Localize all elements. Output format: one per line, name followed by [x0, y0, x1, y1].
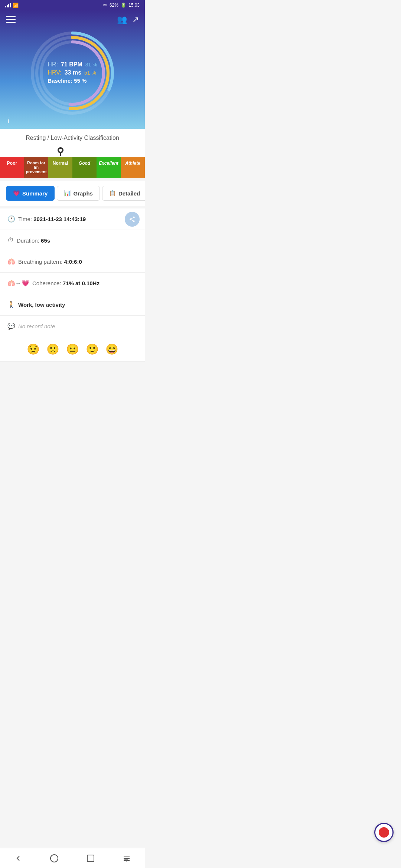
hr-value: 71 BPM	[61, 61, 82, 68]
tab-summary-label: Summary	[22, 190, 48, 197]
time-row: 🕐 Time: 2021-11-23 14:43:19	[0, 208, 145, 230]
activity-value: Work, low activity	[18, 302, 65, 308]
time-label: Time:	[18, 216, 32, 222]
info-icon[interactable]: i	[7, 115, 10, 125]
coherence-value: 71% at 0.10Hz	[63, 280, 100, 286]
class-bar: Poor Room for Improvement Normal Good Ex…	[0, 157, 145, 178]
clock-time: 15:03	[128, 3, 140, 8]
hrv-label: HRV:	[48, 69, 61, 76]
status-left: 📶	[5, 3, 19, 8]
note-value: No record note	[18, 323, 55, 329]
seg-poor[interactable]: Poor	[0, 157, 24, 178]
tab-graphs[interactable]: 📊 Graphs	[57, 186, 100, 201]
tab-summary[interactable]: 💗 Summary	[6, 186, 55, 201]
duration-value: 65s	[41, 237, 50, 244]
seg-normal[interactable]: Normal	[48, 157, 72, 178]
baseline-label: Baseline: 55 %	[48, 78, 87, 84]
tab-detailed-label: Detailed	[118, 190, 140, 197]
tabs-section: 💗 Summary 📊 Graphs 📋 Detailed	[0, 181, 145, 206]
duration-label: Duration:	[17, 237, 39, 244]
seg-room[interactable]: Room for Improvement	[24, 157, 48, 178]
group-icon[interactable]: 👥	[117, 15, 127, 24]
top-nav: 👥 ↗	[6, 14, 139, 25]
seg-excellent[interactable]: Excellent	[97, 157, 121, 178]
tab-detailed[interactable]: 📋 Detailed	[102, 186, 145, 201]
share-icon[interactable]: ↗	[132, 15, 139, 24]
classification-title: Resting / Low-Activity Classification	[0, 135, 145, 141]
duration-row: ⏱ Duration: 65s	[0, 230, 145, 251]
gauge-center-text: HR: 71 BPM 31 % HRV: 33 ms 51 % Baseline…	[48, 61, 97, 85]
mood-5[interactable]: 😄	[105, 343, 118, 355]
hrv-value: 33 ms	[65, 69, 81, 76]
time-value: 2021-11-23 14:43:19	[33, 216, 86, 222]
breathing-row: 🫁 Breathing pattern: 4:0:6:0	[0, 251, 145, 273]
note-icon: 💬	[7, 322, 15, 330]
wifi-icon: 📶	[13, 3, 19, 8]
battery-icon: 🔋	[121, 3, 126, 8]
hr-label: HR:	[48, 61, 58, 68]
signal-icon	[5, 3, 11, 7]
classification-section: Resting / Low-Activity Classification Po…	[0, 129, 145, 178]
breathing-value: 4:0:6:0	[64, 259, 82, 265]
battery-pct: 62%	[110, 3, 118, 8]
header-area: 👥 ↗ HR: 71 BPM 31 % HRV: 33 ms	[0, 10, 145, 129]
pin-marker	[56, 147, 65, 158]
seg-athlete[interactable]: Athlete	[121, 157, 145, 178]
lungs-icon: 🫁	[7, 258, 15, 266]
share-float-button[interactable]	[125, 212, 140, 227]
mood-row: 😟 🙁 😐 🙂 😄	[0, 337, 145, 362]
mood-4[interactable]: 🙂	[86, 343, 99, 355]
svg-point-7	[59, 149, 62, 152]
baseline-value: 55 %	[74, 78, 87, 84]
coherence-icon: 🫁↔💗	[7, 279, 29, 287]
summary-icon: 💗	[13, 190, 20, 197]
breathing-label: Breathing pattern:	[18, 259, 62, 265]
hr-pct: 31 %	[85, 62, 97, 68]
activity-icon: 🚶	[7, 301, 15, 309]
clock-icon: 🕐	[7, 215, 15, 223]
graphs-icon: 📊	[64, 190, 71, 197]
eye-icon: 👁	[103, 3, 107, 8]
mood-3[interactable]: 😐	[66, 343, 79, 355]
status-right: 👁 62% 🔋 15:03	[103, 3, 140, 8]
menu-button[interactable]	[6, 14, 16, 25]
mood-1[interactable]: 😟	[27, 343, 40, 355]
coherence-row: 🫁↔💗 Coherence: 71% at 0.10Hz	[0, 273, 145, 294]
activity-row: 🚶 Work, low activity	[0, 294, 145, 316]
gauge-container: HR: 71 BPM 31 % HRV: 33 ms 51 % Baseline…	[28, 29, 117, 118]
top-right-icons: 👥 ↗	[117, 15, 139, 24]
coherence-label: Coherence:	[32, 280, 61, 286]
mood-2[interactable]: 🙁	[46, 343, 59, 355]
hrv-pct: 51 %	[84, 70, 96, 76]
note-row: 💬 No record note	[0, 316, 145, 337]
status-bar: 📶 👁 62% 🔋 15:03	[0, 0, 145, 10]
pointer-row	[0, 145, 145, 157]
tab-graphs-label: Graphs	[73, 190, 93, 197]
timer-icon: ⏱	[7, 237, 14, 244]
seg-good[interactable]: Good	[72, 157, 97, 178]
detailed-icon: 📋	[109, 190, 116, 197]
content-area: 🕐 Time: 2021-11-23 14:43:19 ⏱ Duration: …	[0, 208, 145, 362]
tabs-row: 💗 Summary 📊 Graphs 📋 Detailed	[6, 186, 139, 201]
